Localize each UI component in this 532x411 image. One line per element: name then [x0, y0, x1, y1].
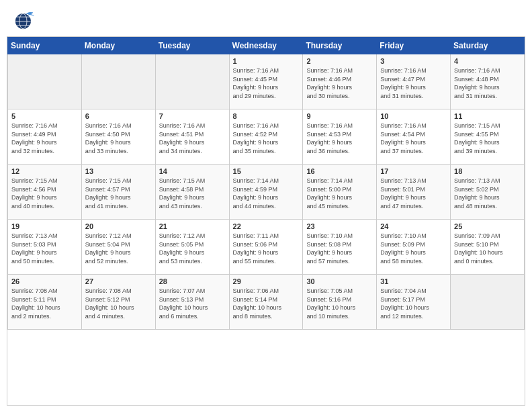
day-cell: 26Sunrise: 7:08 AM Sunset: 5:11 PM Dayli…	[8, 275, 82, 330]
day-cell: 9Sunrise: 7:16 AM Sunset: 4:53 PM Daylig…	[303, 109, 377, 165]
day-info: Sunrise: 7:16 AM Sunset: 4:48 PM Dayligh…	[454, 66, 521, 100]
day-cell	[451, 275, 525, 330]
day-cell: 11Sunrise: 7:15 AM Sunset: 4:55 PM Dayli…	[451, 109, 525, 165]
day-info: Sunrise: 7:15 AM Sunset: 4:55 PM Dayligh…	[454, 122, 521, 155]
day-cell: 1Sunrise: 7:16 AM Sunset: 4:45 PM Daylig…	[229, 54, 303, 109]
day-cell: 10Sunrise: 7:16 AM Sunset: 4:54 PM Dayli…	[377, 109, 451, 165]
day-number: 17	[380, 167, 447, 175]
calendar: Sunday Monday Tuesday Wednesday Thursday…	[7, 36, 525, 406]
day-info: Sunrise: 7:16 AM Sunset: 4:46 PM Dayligh…	[306, 66, 373, 100]
header-row: Sunday Monday Tuesday Wednesday Thursday…	[8, 38, 525, 54]
day-number: 31	[380, 277, 447, 285]
day-info: Sunrise: 7:13 AM Sunset: 5:01 PM Dayligh…	[380, 177, 447, 210]
day-number: 27	[85, 277, 152, 285]
day-cell: 23Sunrise: 7:10 AM Sunset: 5:08 PM Dayli…	[303, 220, 377, 275]
day-cell: 27Sunrise: 7:08 AM Sunset: 5:12 PM Dayli…	[81, 275, 155, 330]
day-cell: 29Sunrise: 7:06 AM Sunset: 5:14 PM Dayli…	[229, 275, 303, 330]
day-info: Sunrise: 7:08 AM Sunset: 5:12 PM Dayligh…	[85, 287, 152, 320]
day-cell: 5Sunrise: 7:16 AM Sunset: 4:49 PM Daylig…	[8, 109, 82, 165]
day-info: Sunrise: 7:13 AM Sunset: 5:03 PM Dayligh…	[11, 232, 78, 265]
day-number: 24	[380, 222, 447, 230]
week-row-4: 19Sunrise: 7:13 AM Sunset: 5:03 PM Dayli…	[8, 220, 525, 275]
day-number: 13	[85, 167, 152, 175]
day-info: Sunrise: 7:15 AM Sunset: 4:56 PM Dayligh…	[11, 177, 78, 210]
day-number: 28	[159, 277, 226, 285]
day-number: 12	[11, 167, 78, 175]
day-info: Sunrise: 7:10 AM Sunset: 5:09 PM Dayligh…	[380, 232, 447, 265]
day-cell: 14Sunrise: 7:15 AM Sunset: 4:58 PM Dayli…	[155, 165, 229, 220]
day-cell: 15Sunrise: 7:14 AM Sunset: 4:59 PM Dayli…	[229, 165, 303, 220]
week-row-5: 26Sunrise: 7:08 AM Sunset: 5:11 PM Dayli…	[8, 275, 525, 330]
week-row-2: 5Sunrise: 7:16 AM Sunset: 4:49 PM Daylig…	[8, 109, 525, 165]
day-number: 9	[306, 112, 373, 120]
day-info: Sunrise: 7:13 AM Sunset: 5:02 PM Dayligh…	[454, 177, 521, 210]
day-cell: 22Sunrise: 7:11 AM Sunset: 5:06 PM Dayli…	[229, 220, 303, 275]
col-wednesday: Wednesday	[229, 38, 303, 54]
day-cell: 24Sunrise: 7:10 AM Sunset: 5:09 PM Dayli…	[377, 220, 451, 275]
day-number: 6	[85, 112, 152, 120]
col-monday: Monday	[81, 38, 155, 54]
day-info: Sunrise: 7:15 AM Sunset: 4:58 PM Dayligh…	[159, 177, 226, 210]
day-info: Sunrise: 7:16 AM Sunset: 4:52 PM Dayligh…	[233, 122, 300, 155]
day-info: Sunrise: 7:08 AM Sunset: 5:11 PM Dayligh…	[11, 287, 78, 320]
day-number: 19	[11, 222, 78, 230]
day-info: Sunrise: 7:16 AM Sunset: 4:54 PM Dayligh…	[380, 122, 447, 155]
day-cell: 25Sunrise: 7:09 AM Sunset: 5:10 PM Dayli…	[451, 220, 525, 275]
col-tuesday: Tuesday	[155, 38, 229, 54]
day-cell: 17Sunrise: 7:13 AM Sunset: 5:01 PM Dayli…	[377, 165, 451, 220]
day-cell: 30Sunrise: 7:05 AM Sunset: 5:16 PM Dayli…	[303, 275, 377, 330]
day-cell: 13Sunrise: 7:15 AM Sunset: 4:57 PM Dayli…	[81, 165, 155, 220]
day-number: 21	[159, 222, 226, 230]
day-number: 8	[233, 112, 300, 120]
day-info: Sunrise: 7:05 AM Sunset: 5:16 PM Dayligh…	[306, 287, 373, 320]
day-cell: 6Sunrise: 7:16 AM Sunset: 4:50 PM Daylig…	[81, 109, 155, 165]
day-cell: 18Sunrise: 7:13 AM Sunset: 5:02 PM Dayli…	[451, 165, 525, 220]
day-cell: 2Sunrise: 7:16 AM Sunset: 4:46 PM Daylig…	[303, 54, 377, 109]
day-number: 23	[306, 222, 373, 230]
day-number: 3	[380, 57, 447, 65]
day-cell: 12Sunrise: 7:15 AM Sunset: 4:56 PM Dayli…	[8, 165, 82, 220]
day-number: 26	[11, 277, 78, 285]
day-cell: 16Sunrise: 7:14 AM Sunset: 5:00 PM Dayli…	[303, 165, 377, 220]
logo-icon	[13, 9, 35, 31]
day-info: Sunrise: 7:11 AM Sunset: 5:06 PM Dayligh…	[233, 232, 300, 265]
day-cell	[155, 54, 229, 109]
day-number: 1	[233, 57, 300, 65]
page: Sunday Monday Tuesday Wednesday Thursday…	[0, 0, 532, 411]
day-number: 15	[233, 167, 300, 175]
day-number: 18	[454, 167, 521, 175]
week-row-1: 1Sunrise: 7:16 AM Sunset: 4:45 PM Daylig…	[8, 54, 525, 109]
day-info: Sunrise: 7:14 AM Sunset: 4:59 PM Dayligh…	[233, 177, 300, 210]
day-info: Sunrise: 7:10 AM Sunset: 5:08 PM Dayligh…	[306, 232, 373, 265]
day-info: Sunrise: 7:16 AM Sunset: 4:49 PM Dayligh…	[11, 122, 78, 155]
day-number: 10	[380, 112, 447, 120]
day-cell: 21Sunrise: 7:12 AM Sunset: 5:05 PM Dayli…	[155, 220, 229, 275]
day-cell	[81, 54, 155, 109]
logo	[13, 9, 39, 31]
day-info: Sunrise: 7:16 AM Sunset: 4:53 PM Dayligh…	[306, 122, 373, 155]
day-number: 16	[306, 167, 373, 175]
day-cell: 4Sunrise: 7:16 AM Sunset: 4:48 PM Daylig…	[451, 54, 525, 109]
day-number: 5	[11, 112, 78, 120]
day-cell: 31Sunrise: 7:04 AM Sunset: 5:17 PM Dayli…	[377, 275, 451, 330]
day-number: 30	[306, 277, 373, 285]
day-cell: 3Sunrise: 7:16 AM Sunset: 4:47 PM Daylig…	[377, 54, 451, 109]
day-info: Sunrise: 7:12 AM Sunset: 5:04 PM Dayligh…	[85, 232, 152, 265]
col-friday: Friday	[377, 38, 451, 54]
col-thursday: Thursday	[303, 38, 377, 54]
day-info: Sunrise: 7:16 AM Sunset: 4:50 PM Dayligh…	[85, 122, 152, 155]
day-info: Sunrise: 7:14 AM Sunset: 5:00 PM Dayligh…	[306, 177, 373, 210]
day-cell: 19Sunrise: 7:13 AM Sunset: 5:03 PM Dayli…	[8, 220, 82, 275]
col-sunday: Sunday	[8, 38, 82, 54]
day-info: Sunrise: 7:07 AM Sunset: 5:13 PM Dayligh…	[159, 287, 226, 320]
day-number: 29	[233, 277, 300, 285]
day-info: Sunrise: 7:16 AM Sunset: 4:47 PM Dayligh…	[380, 66, 447, 100]
day-info: Sunrise: 7:16 AM Sunset: 4:45 PM Dayligh…	[233, 66, 300, 100]
day-cell: 28Sunrise: 7:07 AM Sunset: 5:13 PM Dayli…	[155, 275, 229, 330]
day-info: Sunrise: 7:12 AM Sunset: 5:05 PM Dayligh…	[159, 232, 226, 265]
day-cell: 7Sunrise: 7:16 AM Sunset: 4:51 PM Daylig…	[155, 109, 229, 165]
day-cell	[8, 54, 82, 109]
day-number: 2	[306, 57, 373, 65]
day-info: Sunrise: 7:06 AM Sunset: 5:14 PM Dayligh…	[233, 287, 300, 320]
day-info: Sunrise: 7:15 AM Sunset: 4:57 PM Dayligh…	[85, 177, 152, 210]
